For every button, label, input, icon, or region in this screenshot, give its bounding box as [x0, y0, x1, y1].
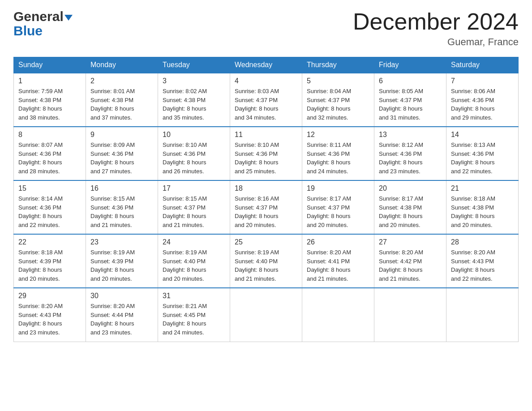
day-info: Sunrise: 7:59 AMSunset: 4:38 PMDaylight:… [18, 88, 63, 121]
calendar-cell: 11 Sunrise: 8:10 AMSunset: 4:36 PMDaylig… [230, 127, 302, 180]
day-number: 8 [18, 131, 81, 139]
day-info: Sunrise: 8:18 AMSunset: 4:38 PMDaylight:… [451, 195, 495, 228]
day-info: Sunrise: 8:15 AMSunset: 4:36 PMDaylight:… [90, 195, 135, 228]
day-info: Sunrise: 8:12 AMSunset: 4:36 PMDaylight:… [379, 141, 423, 175]
page-header: General Blue December 2024 Guemar, Franc… [13, 9, 519, 48]
day-info: Sunrise: 8:13 AMSunset: 4:36 PMDaylight:… [451, 141, 495, 175]
calendar-cell: 24 Sunrise: 8:19 AMSunset: 4:40 PMDaylig… [158, 234, 230, 288]
day-info: Sunrise: 8:09 AMSunset: 4:36 PMDaylight:… [90, 141, 135, 175]
calendar-cell: 21 Sunrise: 8:18 AMSunset: 4:38 PMDaylig… [446, 180, 519, 234]
calendar-cell: 4 Sunrise: 8:03 AMSunset: 4:37 PMDayligh… [230, 73, 302, 127]
day-info: Sunrise: 8:10 AMSunset: 4:36 PMDaylight:… [235, 141, 279, 175]
calendar-cell: 27 Sunrise: 8:20 AMSunset: 4:42 PMDaylig… [374, 234, 446, 288]
day-number: 12 [307, 131, 369, 139]
day-number: 27 [379, 238, 442, 246]
day-number: 19 [307, 184, 369, 193]
day-number: 11 [235, 131, 297, 139]
calendar-cell: 16 Sunrise: 8:15 AMSunset: 4:36 PMDaylig… [86, 180, 158, 234]
col-saturday: Saturday [446, 57, 519, 73]
day-number: 22 [18, 238, 81, 246]
title-block: December 2024 Guemar, France [353, 9, 519, 48]
logo: General Blue [13, 9, 73, 38]
day-number: 1 [18, 77, 81, 85]
calendar-cell [302, 288, 374, 342]
day-info: Sunrise: 8:19 AMSunset: 4:39 PMDaylight:… [90, 249, 135, 282]
calendar-cell: 30 Sunrise: 8:20 AMSunset: 4:44 PMDaylig… [86, 288, 158, 342]
calendar-cell: 7 Sunrise: 8:06 AMSunset: 4:36 PMDayligh… [446, 73, 519, 127]
day-number: 17 [163, 184, 225, 193]
calendar-cell [374, 288, 446, 342]
day-number: 10 [163, 131, 225, 139]
day-info: Sunrise: 8:18 AMSunset: 4:39 PMDaylight:… [18, 249, 63, 282]
calendar-cell: 18 Sunrise: 8:16 AMSunset: 4:37 PMDaylig… [230, 180, 302, 234]
day-info: Sunrise: 8:05 AMSunset: 4:37 PMDaylight:… [379, 88, 423, 121]
day-number: 5 [307, 77, 369, 85]
day-info: Sunrise: 8:17 AMSunset: 4:37 PMDaylight:… [307, 195, 351, 228]
calendar-cell: 5 Sunrise: 8:04 AMSunset: 4:37 PMDayligh… [302, 73, 374, 127]
calendar-cell: 17 Sunrise: 8:15 AMSunset: 4:37 PMDaylig… [158, 180, 230, 234]
day-info: Sunrise: 8:20 AMSunset: 4:41 PMDaylight:… [307, 249, 351, 282]
logo-blue: Blue [13, 24, 43, 38]
logo-triangle-icon [64, 15, 73, 21]
day-info: Sunrise: 8:01 AMSunset: 4:38 PMDaylight:… [90, 88, 135, 121]
calendar-cell: 9 Sunrise: 8:09 AMSunset: 4:36 PMDayligh… [86, 127, 158, 180]
day-number: 13 [379, 131, 442, 139]
day-info: Sunrise: 8:14 AMSunset: 4:36 PMDaylight:… [18, 195, 63, 228]
month-title: December 2024 [353, 9, 519, 34]
calendar-cell: 12 Sunrise: 8:11 AMSunset: 4:36 PMDaylig… [302, 127, 374, 180]
day-info: Sunrise: 8:06 AMSunset: 4:36 PMDaylight:… [451, 88, 495, 121]
day-number: 29 [18, 292, 81, 300]
calendar-cell [230, 288, 302, 342]
day-info: Sunrise: 8:20 AMSunset: 4:43 PMDaylight:… [451, 249, 495, 282]
day-info: Sunrise: 8:20 AMSunset: 4:44 PMDaylight:… [90, 303, 135, 336]
day-info: Sunrise: 8:20 AMSunset: 4:42 PMDaylight:… [379, 249, 423, 282]
col-monday: Monday [86, 57, 158, 73]
day-number: 14 [451, 131, 514, 139]
day-number: 26 [307, 238, 369, 246]
day-number: 3 [163, 77, 225, 85]
day-number: 4 [235, 77, 297, 85]
calendar-cell: 10 Sunrise: 8:10 AMSunset: 4:36 PMDaylig… [158, 127, 230, 180]
day-info: Sunrise: 8:11 AMSunset: 4:36 PMDaylight:… [307, 141, 351, 175]
day-info: Sunrise: 8:15 AMSunset: 4:37 PMDaylight:… [163, 195, 207, 228]
day-info: Sunrise: 8:04 AMSunset: 4:37 PMDaylight:… [307, 88, 351, 121]
day-number: 18 [235, 184, 297, 193]
calendar-cell: 6 Sunrise: 8:05 AMSunset: 4:37 PMDayligh… [374, 73, 446, 127]
calendar-cell: 14 Sunrise: 8:13 AMSunset: 4:36 PMDaylig… [446, 127, 519, 180]
calendar-cell: 19 Sunrise: 8:17 AMSunset: 4:37 PMDaylig… [302, 180, 374, 234]
col-wednesday: Wednesday [230, 57, 302, 73]
day-number: 25 [235, 238, 297, 246]
calendar-cell: 23 Sunrise: 8:19 AMSunset: 4:39 PMDaylig… [86, 234, 158, 288]
day-number: 30 [90, 292, 153, 300]
calendar-cell: 26 Sunrise: 8:20 AMSunset: 4:41 PMDaylig… [302, 234, 374, 288]
day-number: 2 [90, 77, 153, 85]
calendar-cell: 28 Sunrise: 8:20 AMSunset: 4:43 PMDaylig… [446, 234, 519, 288]
day-info: Sunrise: 8:10 AMSunset: 4:36 PMDaylight:… [163, 141, 207, 175]
calendar-table: Sunday Monday Tuesday Wednesday Thursday… [13, 57, 519, 342]
day-number: 24 [163, 238, 225, 246]
calendar-cell: 8 Sunrise: 8:07 AMSunset: 4:36 PMDayligh… [14, 127, 86, 180]
day-info: Sunrise: 8:02 AMSunset: 4:38 PMDaylight:… [163, 88, 207, 121]
day-number: 28 [451, 238, 514, 246]
calendar-row-4: 22 Sunrise: 8:18 AMSunset: 4:39 PMDaylig… [14, 234, 519, 288]
calendar-cell: 3 Sunrise: 8:02 AMSunset: 4:38 PMDayligh… [158, 73, 230, 127]
calendar-cell: 20 Sunrise: 8:17 AMSunset: 4:38 PMDaylig… [374, 180, 446, 234]
day-info: Sunrise: 8:16 AMSunset: 4:37 PMDaylight:… [235, 195, 279, 228]
calendar-cell [446, 288, 519, 342]
col-thursday: Thursday [302, 57, 374, 73]
calendar-row-5: 29 Sunrise: 8:20 AMSunset: 4:43 PMDaylig… [14, 288, 519, 342]
day-number: 23 [90, 238, 153, 246]
day-number: 9 [90, 131, 153, 139]
day-info: Sunrise: 8:19 AMSunset: 4:40 PMDaylight:… [163, 249, 207, 282]
day-number: 16 [90, 184, 153, 193]
day-number: 6 [379, 77, 442, 85]
day-info: Sunrise: 8:19 AMSunset: 4:40 PMDaylight:… [235, 249, 279, 282]
calendar-cell: 22 Sunrise: 8:18 AMSunset: 4:39 PMDaylig… [14, 234, 86, 288]
day-number: 7 [451, 77, 514, 85]
calendar-cell: 15 Sunrise: 8:14 AMSunset: 4:36 PMDaylig… [14, 180, 86, 234]
calendar-cell: 13 Sunrise: 8:12 AMSunset: 4:36 PMDaylig… [374, 127, 446, 180]
calendar-row-3: 15 Sunrise: 8:14 AMSunset: 4:36 PMDaylig… [14, 180, 519, 234]
calendar-row-2: 8 Sunrise: 8:07 AMSunset: 4:36 PMDayligh… [14, 127, 519, 180]
day-number: 20 [379, 184, 442, 193]
calendar-cell: 2 Sunrise: 8:01 AMSunset: 4:38 PMDayligh… [86, 73, 158, 127]
